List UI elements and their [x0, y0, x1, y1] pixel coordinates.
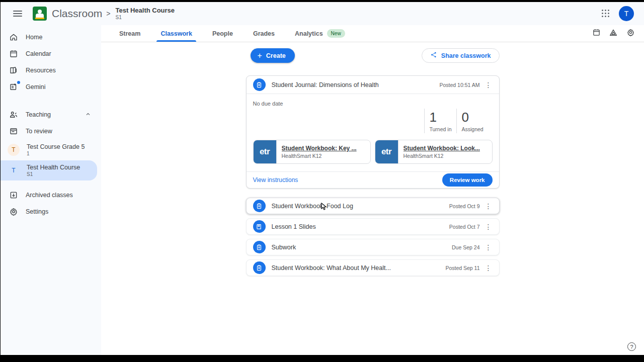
- submission-stats: 1 Turned in 0 Assigned: [253, 109, 493, 133]
- attachment-subtitle: HealthSmart K12: [404, 153, 480, 159]
- class-drive-folder-button[interactable]: [605, 25, 622, 42]
- assignment-menu-button[interactable]: ⋮: [481, 77, 496, 93]
- course-settings-button[interactable]: [622, 25, 639, 42]
- assignment-icon: [253, 200, 266, 212]
- account-avatar[interactable]: T: [619, 6, 634, 21]
- tab-grades[interactable]: Grades: [243, 25, 285, 42]
- row-menu-button[interactable]: ⋮: [481, 199, 496, 214]
- stat-label: Turned in: [430, 126, 456, 132]
- tab-label: Grades: [253, 30, 275, 37]
- sidebar-item-label: Home: [26, 34, 42, 41]
- sidebar-item-label: Settings: [26, 208, 48, 215]
- sidebar-item-calendar[interactable]: Calendar: [1, 46, 97, 62]
- app-body: Home Calendar Resources Gemini: [1, 25, 644, 355]
- new-badge: New: [327, 29, 345, 38]
- view-instructions-link[interactable]: View instructions: [253, 176, 298, 184]
- classwork-row-subwork[interactable]: Subwork Due Sep 24 ⋮: [246, 239, 500, 255]
- gemini-icon: [9, 82, 19, 92]
- etr-logo: etr: [375, 140, 398, 163]
- sidebar-section-label: Teaching: [26, 111, 51, 118]
- app-header: Classroom > Test Health Course S1 T: [1, 2, 644, 25]
- tab-analytics[interactable]: Analytics New: [285, 25, 355, 42]
- assignment-card-header[interactable]: Student Journal: Dimensions of Health Po…: [247, 76, 499, 94]
- row-menu-button[interactable]: ⋮: [481, 260, 496, 276]
- sidebar-divider: [1, 181, 101, 187]
- sidebar: Home Calendar Resources Gemini: [1, 25, 101, 355]
- sidebar-item-to-review[interactable]: To review: [1, 123, 97, 139]
- attachment-card[interactable]: etr Student Workbook: Look... HealthSmar…: [375, 140, 493, 164]
- sidebar-item-label: Resources: [26, 67, 56, 74]
- hamburger-icon: [13, 11, 22, 17]
- classwork-row-title: Student Workbook: What About My Healt...: [272, 264, 446, 272]
- sidebar-item-settings[interactable]: Settings: [1, 204, 97, 220]
- stat-turned-in[interactable]: 1 Turned in: [424, 109, 456, 133]
- sidebar-item-gemini[interactable]: Gemini: [1, 79, 97, 95]
- tab-stream[interactable]: Stream: [109, 25, 150, 42]
- tab-label: Classwork: [160, 30, 192, 37]
- sidebar-divider: [1, 96, 101, 107]
- create-button[interactable]: + Create: [251, 48, 295, 63]
- attachment-title: Student Workbook: Look...: [404, 145, 480, 152]
- row-menu-button[interactable]: ⋮: [481, 219, 496, 234]
- course-labels: Test Course Grade 5 1: [27, 143, 85, 157]
- tab-classwork[interactable]: Classwork: [150, 25, 202, 42]
- assignment-icon: [253, 241, 266, 253]
- main-menu-button[interactable]: [8, 4, 28, 24]
- class-calendar-button[interactable]: [588, 25, 605, 42]
- classroom-app: Classroom > Test Health Course S1 T Home: [1, 2, 644, 355]
- calendar-icon: [9, 49, 19, 59]
- share-label: Share classwork: [441, 52, 491, 59]
- assignment-card: Student Journal: Dimensions of Health Po…: [246, 75, 500, 189]
- breadcrumb[interactable]: Test Health Course S1: [116, 7, 175, 20]
- material-book-icon: [253, 220, 266, 233]
- drive-icon: [609, 28, 618, 39]
- help-button[interactable]: ?: [627, 342, 636, 351]
- sidebar-item-home[interactable]: Home: [1, 29, 97, 45]
- classwork-row-lesson-slides[interactable]: Lesson 1 Slides Posted Oct 7 ⋮: [246, 218, 500, 235]
- sidebar-item-label: To review: [26, 128, 52, 135]
- sidebar-item-archived[interactable]: Archived classes: [1, 187, 97, 203]
- sidebar-item-label: Calendar: [26, 50, 51, 57]
- archive-icon: [9, 190, 19, 200]
- apps-grid-icon: [602, 10, 610, 18]
- sidebar-item-course-health[interactable]: T Test Health Course S1: [1, 160, 97, 180]
- to-review-icon: [9, 126, 19, 136]
- tab-label: People: [212, 30, 233, 37]
- row-menu-button[interactable]: ⋮: [481, 240, 496, 255]
- classwork-list: Student Workbook: Food Log Posted Oct 9 …: [246, 198, 500, 276]
- tab-people[interactable]: People: [202, 25, 243, 42]
- home-icon: [9, 32, 19, 42]
- attachment-text: Student Workbook: Key ... HealthSmart K1…: [277, 145, 362, 159]
- assignment-icon: [253, 261, 266, 274]
- assignment-card-body: No due date 1 Turned in 0 Assigned: [247, 94, 499, 164]
- due-date-text: No due date: [253, 101, 493, 107]
- tab-label: Stream: [119, 30, 140, 37]
- share-classwork-button[interactable]: Share classwork: [422, 48, 500, 63]
- app-name: Classroom: [52, 8, 102, 20]
- course-labels: Test Health Course S1: [27, 164, 80, 177]
- sidebar-item-course-grade5[interactable]: T Test Course Grade 5 1: [1, 140, 97, 160]
- classwork-row-what-about-health[interactable]: Student Workbook: What About My Healt...…: [246, 259, 500, 276]
- classwork-row-meta: Posted Oct 9: [449, 203, 480, 209]
- classwork-row-meta: Posted Oct 7: [449, 224, 480, 230]
- chevron-up-icon: [85, 111, 91, 118]
- sidebar-section-teaching[interactable]: Teaching: [1, 107, 97, 123]
- classwork-row-food-log[interactable]: Student Workbook: Food Log Posted Oct 9 …: [246, 198, 500, 214]
- course-avatar: T: [8, 144, 20, 156]
- attachments-row: etr Student Workbook: Key ... HealthSmar…: [253, 140, 493, 164]
- breadcrumb-course-title: Test Health Course: [116, 7, 175, 15]
- attachment-card[interactable]: etr Student Workbook: Key ... HealthSmar…: [253, 140, 371, 164]
- google-apps-button[interactable]: [596, 4, 616, 24]
- sidebar-item-resources[interactable]: Resources: [1, 62, 97, 78]
- classwork-row-title: Lesson 1 Slides: [272, 223, 449, 230]
- classroom-home-link[interactable]: Classroom: [33, 7, 102, 21]
- classwork-row-title: Student Workbook: Food Log: [272, 203, 449, 210]
- tab-label: Analytics: [295, 30, 323, 37]
- review-work-button[interactable]: Review work: [442, 173, 493, 187]
- resources-icon: [9, 65, 19, 75]
- classwork-row-meta: Due Sep 24: [452, 244, 479, 250]
- stat-value: 1: [430, 110, 456, 125]
- assignment-card-footer: View instructions Review work: [247, 171, 499, 188]
- stat-assigned[interactable]: 0 Assigned: [456, 109, 489, 133]
- plus-icon: +: [258, 51, 262, 60]
